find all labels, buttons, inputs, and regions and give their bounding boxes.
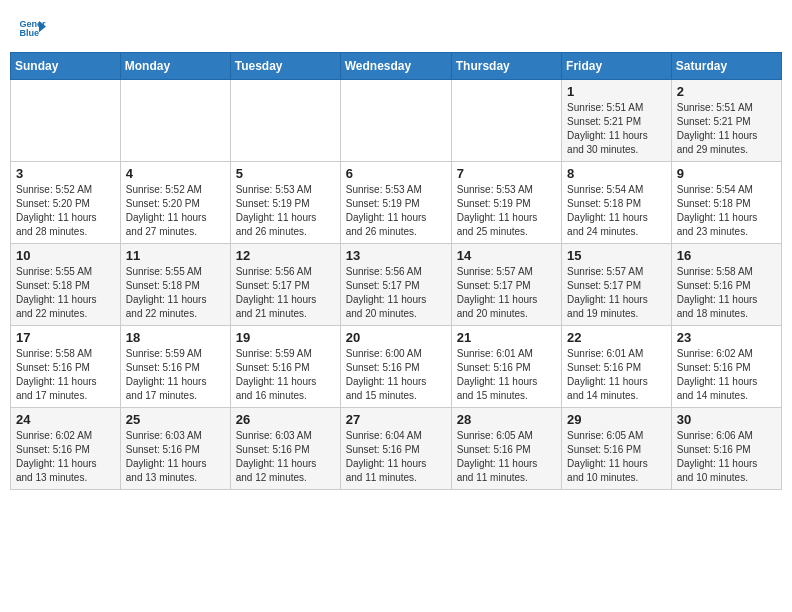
day-number: 26 xyxy=(236,412,335,427)
calendar-cell: 3Sunrise: 5:52 AM Sunset: 5:20 PM Daylig… xyxy=(11,162,121,244)
day-info: Sunrise: 5:58 AM Sunset: 5:16 PM Dayligh… xyxy=(677,265,776,321)
day-number: 16 xyxy=(677,248,776,263)
day-info: Sunrise: 5:58 AM Sunset: 5:16 PM Dayligh… xyxy=(16,347,115,403)
calendar-cell xyxy=(11,80,121,162)
day-info: Sunrise: 6:01 AM Sunset: 5:16 PM Dayligh… xyxy=(567,347,666,403)
logo-icon: General Blue xyxy=(18,14,46,42)
calendar-cell: 26Sunrise: 6:03 AM Sunset: 5:16 PM Dayli… xyxy=(230,408,340,490)
calendar-cell: 2Sunrise: 5:51 AM Sunset: 5:21 PM Daylig… xyxy=(671,80,781,162)
day-number: 19 xyxy=(236,330,335,345)
day-info: Sunrise: 6:02 AM Sunset: 5:16 PM Dayligh… xyxy=(677,347,776,403)
day-number: 11 xyxy=(126,248,225,263)
calendar-cell: 5Sunrise: 5:53 AM Sunset: 5:19 PM Daylig… xyxy=(230,162,340,244)
calendar-body: 1Sunrise: 5:51 AM Sunset: 5:21 PM Daylig… xyxy=(11,80,782,490)
calendar-week-2: 3Sunrise: 5:52 AM Sunset: 5:20 PM Daylig… xyxy=(11,162,782,244)
day-number: 22 xyxy=(567,330,666,345)
svg-text:Blue: Blue xyxy=(19,28,39,38)
day-number: 17 xyxy=(16,330,115,345)
day-info: Sunrise: 5:51 AM Sunset: 5:21 PM Dayligh… xyxy=(677,101,776,157)
day-number: 24 xyxy=(16,412,115,427)
calendar-cell: 17Sunrise: 5:58 AM Sunset: 5:16 PM Dayli… xyxy=(11,326,121,408)
calendar-cell: 23Sunrise: 6:02 AM Sunset: 5:16 PM Dayli… xyxy=(671,326,781,408)
weekday-header-row: SundayMondayTuesdayWednesdayThursdayFrid… xyxy=(11,53,782,80)
calendar-cell: 12Sunrise: 5:56 AM Sunset: 5:17 PM Dayli… xyxy=(230,244,340,326)
calendar-cell xyxy=(451,80,561,162)
calendar-cell: 4Sunrise: 5:52 AM Sunset: 5:20 PM Daylig… xyxy=(120,162,230,244)
calendar-cell: 18Sunrise: 5:59 AM Sunset: 5:16 PM Dayli… xyxy=(120,326,230,408)
calendar-cell: 8Sunrise: 5:54 AM Sunset: 5:18 PM Daylig… xyxy=(562,162,672,244)
day-number: 21 xyxy=(457,330,556,345)
day-info: Sunrise: 5:57 AM Sunset: 5:17 PM Dayligh… xyxy=(567,265,666,321)
day-number: 25 xyxy=(126,412,225,427)
day-info: Sunrise: 5:54 AM Sunset: 5:18 PM Dayligh… xyxy=(567,183,666,239)
day-number: 8 xyxy=(567,166,666,181)
calendar-table: SundayMondayTuesdayWednesdayThursdayFrid… xyxy=(10,52,782,490)
page-header: General Blue xyxy=(10,10,782,46)
weekday-header-tuesday: Tuesday xyxy=(230,53,340,80)
calendar-cell xyxy=(120,80,230,162)
calendar-header: SundayMondayTuesdayWednesdayThursdayFrid… xyxy=(11,53,782,80)
day-number: 23 xyxy=(677,330,776,345)
day-info: Sunrise: 5:55 AM Sunset: 5:18 PM Dayligh… xyxy=(126,265,225,321)
day-number: 15 xyxy=(567,248,666,263)
day-number: 4 xyxy=(126,166,225,181)
day-number: 30 xyxy=(677,412,776,427)
calendar-cell: 21Sunrise: 6:01 AM Sunset: 5:16 PM Dayli… xyxy=(451,326,561,408)
calendar-cell xyxy=(230,80,340,162)
day-info: Sunrise: 6:00 AM Sunset: 5:16 PM Dayligh… xyxy=(346,347,446,403)
day-info: Sunrise: 6:02 AM Sunset: 5:16 PM Dayligh… xyxy=(16,429,115,485)
day-info: Sunrise: 5:53 AM Sunset: 5:19 PM Dayligh… xyxy=(346,183,446,239)
day-info: Sunrise: 5:54 AM Sunset: 5:18 PM Dayligh… xyxy=(677,183,776,239)
calendar-cell: 16Sunrise: 5:58 AM Sunset: 5:16 PM Dayli… xyxy=(671,244,781,326)
day-number: 1 xyxy=(567,84,666,99)
calendar-cell: 28Sunrise: 6:05 AM Sunset: 5:16 PM Dayli… xyxy=(451,408,561,490)
day-number: 6 xyxy=(346,166,446,181)
calendar-cell xyxy=(340,80,451,162)
calendar-cell: 14Sunrise: 5:57 AM Sunset: 5:17 PM Dayli… xyxy=(451,244,561,326)
calendar-cell: 7Sunrise: 5:53 AM Sunset: 5:19 PM Daylig… xyxy=(451,162,561,244)
day-number: 7 xyxy=(457,166,556,181)
day-info: Sunrise: 5:51 AM Sunset: 5:21 PM Dayligh… xyxy=(567,101,666,157)
day-number: 5 xyxy=(236,166,335,181)
weekday-header-wednesday: Wednesday xyxy=(340,53,451,80)
day-info: Sunrise: 5:55 AM Sunset: 5:18 PM Dayligh… xyxy=(16,265,115,321)
day-number: 13 xyxy=(346,248,446,263)
day-number: 14 xyxy=(457,248,556,263)
day-info: Sunrise: 5:56 AM Sunset: 5:17 PM Dayligh… xyxy=(346,265,446,321)
weekday-header-thursday: Thursday xyxy=(451,53,561,80)
weekday-header-monday: Monday xyxy=(120,53,230,80)
calendar-cell: 15Sunrise: 5:57 AM Sunset: 5:17 PM Dayli… xyxy=(562,244,672,326)
calendar-cell: 9Sunrise: 5:54 AM Sunset: 5:18 PM Daylig… xyxy=(671,162,781,244)
day-info: Sunrise: 5:59 AM Sunset: 5:16 PM Dayligh… xyxy=(126,347,225,403)
day-number: 18 xyxy=(126,330,225,345)
day-info: Sunrise: 6:05 AM Sunset: 5:16 PM Dayligh… xyxy=(567,429,666,485)
day-info: Sunrise: 5:57 AM Sunset: 5:17 PM Dayligh… xyxy=(457,265,556,321)
calendar-week-4: 17Sunrise: 5:58 AM Sunset: 5:16 PM Dayli… xyxy=(11,326,782,408)
weekday-header-friday: Friday xyxy=(562,53,672,80)
day-info: Sunrise: 5:52 AM Sunset: 5:20 PM Dayligh… xyxy=(126,183,225,239)
day-info: Sunrise: 6:05 AM Sunset: 5:16 PM Dayligh… xyxy=(457,429,556,485)
day-info: Sunrise: 5:56 AM Sunset: 5:17 PM Dayligh… xyxy=(236,265,335,321)
day-info: Sunrise: 6:06 AM Sunset: 5:16 PM Dayligh… xyxy=(677,429,776,485)
calendar-cell: 22Sunrise: 6:01 AM Sunset: 5:16 PM Dayli… xyxy=(562,326,672,408)
calendar-cell: 10Sunrise: 5:55 AM Sunset: 5:18 PM Dayli… xyxy=(11,244,121,326)
weekday-header-saturday: Saturday xyxy=(671,53,781,80)
day-number: 12 xyxy=(236,248,335,263)
day-number: 27 xyxy=(346,412,446,427)
day-number: 9 xyxy=(677,166,776,181)
day-number: 20 xyxy=(346,330,446,345)
calendar-cell: 11Sunrise: 5:55 AM Sunset: 5:18 PM Dayli… xyxy=(120,244,230,326)
day-info: Sunrise: 6:03 AM Sunset: 5:16 PM Dayligh… xyxy=(126,429,225,485)
calendar-cell: 24Sunrise: 6:02 AM Sunset: 5:16 PM Dayli… xyxy=(11,408,121,490)
calendar-week-1: 1Sunrise: 5:51 AM Sunset: 5:21 PM Daylig… xyxy=(11,80,782,162)
day-info: Sunrise: 6:01 AM Sunset: 5:16 PM Dayligh… xyxy=(457,347,556,403)
day-number: 28 xyxy=(457,412,556,427)
calendar-cell: 6Sunrise: 5:53 AM Sunset: 5:19 PM Daylig… xyxy=(340,162,451,244)
calendar-cell: 20Sunrise: 6:00 AM Sunset: 5:16 PM Dayli… xyxy=(340,326,451,408)
calendar-week-3: 10Sunrise: 5:55 AM Sunset: 5:18 PM Dayli… xyxy=(11,244,782,326)
calendar-cell: 27Sunrise: 6:04 AM Sunset: 5:16 PM Dayli… xyxy=(340,408,451,490)
day-info: Sunrise: 5:53 AM Sunset: 5:19 PM Dayligh… xyxy=(236,183,335,239)
day-info: Sunrise: 6:03 AM Sunset: 5:16 PM Dayligh… xyxy=(236,429,335,485)
day-number: 10 xyxy=(16,248,115,263)
day-info: Sunrise: 6:04 AM Sunset: 5:16 PM Dayligh… xyxy=(346,429,446,485)
